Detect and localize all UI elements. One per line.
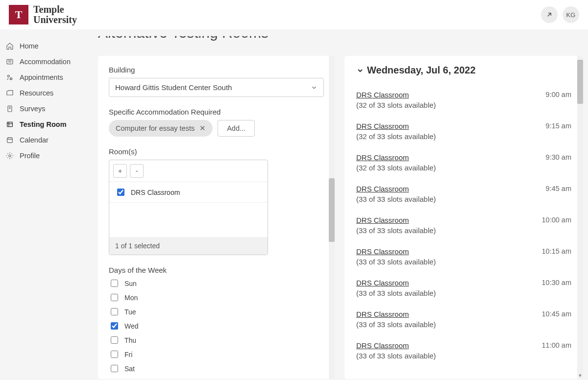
header-actions: KG xyxy=(541,6,579,23)
rooms-section: Room(s) + - DRS Classroom 1 of 1 selecte… xyxy=(109,147,324,255)
slot-item: DRS Classroom(33 of 33 slots available)1… xyxy=(356,240,571,272)
sidebar-item-label: Calendar xyxy=(20,136,49,144)
sidebar-item-surveys[interactable]: Surveys xyxy=(0,101,98,117)
slot-room-link[interactable]: DRS Classroom xyxy=(356,247,409,256)
day-wed[interactable]: Wed xyxy=(109,321,324,331)
day-mon[interactable]: Mon xyxy=(109,292,324,303)
day-thu[interactable]: Thu xyxy=(109,335,324,345)
logo: T Temple University xyxy=(9,4,77,25)
building-value: Howard Gittis Student Center South xyxy=(115,83,232,92)
sidebar-item-resources[interactable]: Resources xyxy=(0,85,98,101)
day-fri[interactable]: Fri xyxy=(109,349,324,359)
scroll-thumb[interactable] xyxy=(329,178,335,242)
chip-remove-icon[interactable]: ✕ xyxy=(199,124,206,133)
day-checkbox[interactable] xyxy=(111,336,118,344)
add-accommodation-button[interactable]: Add... xyxy=(218,120,255,137)
slot-room-link[interactable]: DRS Classroom xyxy=(356,153,409,162)
content-area: Alternative Testing Rooms Building Howar… xyxy=(98,29,588,380)
slot-time: 10:15 am xyxy=(542,247,571,266)
slot-room-link[interactable]: DRS Classroom xyxy=(356,279,409,287)
sidebar: HomeAccommodationAppointmentsResourcesSu… xyxy=(0,29,98,380)
slot-time: 10:30 am xyxy=(542,279,571,297)
sidebar-item-label: Accommodation xyxy=(20,58,71,66)
days-list: SunMonTueWedThuFriSat xyxy=(109,278,324,374)
slot-item: DRS Classroom(32 of 33 slots available)9… xyxy=(356,115,571,146)
expand-button[interactable] xyxy=(541,6,558,23)
svg-point-15 xyxy=(9,155,11,157)
day-label: Mon xyxy=(124,294,138,302)
day-checkbox[interactable] xyxy=(111,351,118,358)
rooms-deselect-all-button[interactable]: - xyxy=(130,164,144,178)
room-item[interactable]: DRS Classroom xyxy=(109,182,268,203)
slot-item: DRS Classroom(33 of 33 slots available)1… xyxy=(356,272,571,303)
day-sat[interactable]: Sat xyxy=(109,363,324,374)
sidebar-item-home[interactable]: Home xyxy=(0,38,98,54)
slot-availability: (33 of 33 slots available) xyxy=(356,320,436,329)
slot-time: 9:00 am xyxy=(546,91,571,109)
main: HomeAccommodationAppointmentsResourcesSu… xyxy=(0,29,588,380)
date-header[interactable]: Wednesday, Jul 6, 2022 xyxy=(356,65,571,76)
slot-item: DRS Classroom(32 of 33 slots available)9… xyxy=(356,146,571,178)
sidebar-item-testing-room[interactable]: Testing Room xyxy=(0,117,98,132)
slot-room-link[interactable]: DRS Classroom xyxy=(356,122,409,130)
day-label: Thu xyxy=(124,336,136,344)
slot-time: 9:15 am xyxy=(546,122,571,141)
scroll-thumb[interactable] xyxy=(577,60,583,104)
room-name: DRS Classroom xyxy=(131,189,180,196)
user-avatar[interactable]: KG xyxy=(563,6,579,23)
nav-icon xyxy=(6,42,14,50)
app-header: T Temple University KG xyxy=(0,0,588,29)
nav-icon xyxy=(6,152,14,160)
slot-room-link[interactable]: DRS Classroom xyxy=(356,310,409,318)
day-checkbox[interactable] xyxy=(111,308,118,315)
sidebar-item-label: Testing Room xyxy=(20,120,67,128)
room-checkbox[interactable] xyxy=(117,189,124,196)
nav-icon xyxy=(6,58,14,66)
day-label: Sat xyxy=(124,365,135,373)
rooms-select-all-button[interactable]: + xyxy=(113,164,127,178)
days-section: Days of the Week SunMonTueWedThuFriSat xyxy=(109,266,324,374)
nav-icon xyxy=(6,73,14,81)
room-empty-space xyxy=(109,203,268,237)
accommodation-chip[interactable]: Computer for essay tests ✕ xyxy=(109,120,213,137)
right-scrollbar[interactable]: ▼ xyxy=(577,56,583,379)
day-checkbox[interactable] xyxy=(111,365,118,372)
org-name: Temple University xyxy=(33,4,77,25)
accommodation-label: Specific Accommodation Required xyxy=(109,108,324,116)
slot-availability: (32 of 33 slots available) xyxy=(356,164,436,172)
sidebar-item-appointments[interactable]: Appointments xyxy=(0,70,98,85)
day-sun[interactable]: Sun xyxy=(109,278,324,288)
sidebar-item-calendar[interactable]: Calendar xyxy=(0,132,98,148)
sidebar-item-label: Home xyxy=(20,42,39,50)
slot-room-link[interactable]: DRS Classroom xyxy=(356,216,409,224)
day-label: Sun xyxy=(124,280,137,287)
sidebar-item-label: Resources xyxy=(20,89,53,97)
sidebar-item-profile[interactable]: Profile xyxy=(0,148,98,164)
day-checkbox[interactable] xyxy=(111,280,118,287)
slot-item: DRS Classroom(33 of 33 slots available)1… xyxy=(356,334,571,366)
nav-icon xyxy=(6,105,14,113)
day-checkbox[interactable] xyxy=(111,294,118,301)
building-select[interactable]: Howard Gittis Student Center South xyxy=(109,78,324,97)
filters-panel: Building Howard Gittis Student Center So… xyxy=(98,56,335,379)
day-label: Fri xyxy=(124,351,132,358)
slot-time: 9:30 am xyxy=(546,153,571,172)
left-scrollbar[interactable] xyxy=(329,56,335,379)
scroll-down-icon[interactable]: ▼ xyxy=(577,373,583,378)
days-label: Days of the Week xyxy=(109,266,324,274)
slot-availability: (32 of 33 slots available) xyxy=(356,132,436,141)
slot-item: DRS Classroom(33 of 33 slots available)9… xyxy=(356,178,571,209)
day-checkbox[interactable] xyxy=(111,322,118,330)
org-name-line1: Temple xyxy=(33,4,77,15)
slot-time: 10:00 am xyxy=(542,216,571,235)
sidebar-item-accommodation[interactable]: Accommodation xyxy=(0,54,98,70)
svg-rect-11 xyxy=(7,138,13,142)
day-tue[interactable]: Tue xyxy=(109,307,324,317)
slot-room-link[interactable]: DRS Classroom xyxy=(356,341,409,350)
slot-time: 11:00 am xyxy=(542,341,571,360)
panels: Building Howard Gittis Student Center So… xyxy=(98,56,583,380)
slot-room-link[interactable]: DRS Classroom xyxy=(356,185,409,193)
slots-list: DRS Classroom(32 of 33 slots available)9… xyxy=(356,84,571,366)
slot-room-link[interactable]: DRS Classroom xyxy=(356,91,409,99)
accommodation-section: Specific Accommodation Required Computer… xyxy=(109,108,324,137)
